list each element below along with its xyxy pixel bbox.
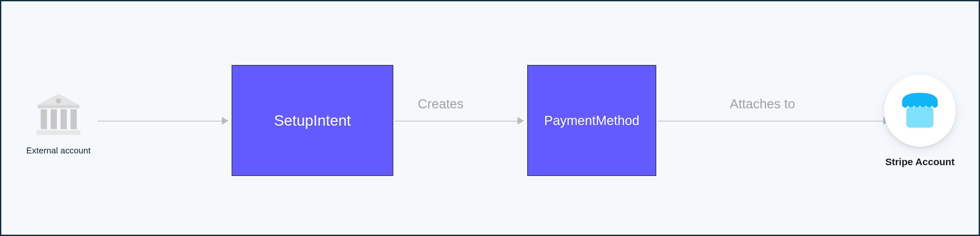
arrow-setupintent-to-paymentmethod: [395, 120, 524, 121]
svg-rect-4: [51, 109, 57, 129]
edge-label-creates: Creates: [418, 97, 463, 111]
external-account-label: External account: [18, 146, 99, 156]
arrow-paymentmethod-to-stripe: [658, 120, 890, 121]
svg-point-1: [56, 98, 61, 103]
svg-rect-2: [38, 105, 80, 108]
bank-icon: [32, 89, 84, 142]
payment-method-label: PaymentMethod: [544, 113, 639, 128]
node-external-account: External account: [18, 89, 99, 156]
arrow-external-to-setupintent: [98, 120, 228, 121]
diagram-canvas: External account SetupIntent Creates Pay…: [0, 0, 980, 236]
svg-rect-3: [41, 109, 47, 129]
node-stripe-account: Stripe Account: [877, 75, 963, 168]
edge-label-attaches: Attaches to: [730, 97, 795, 111]
node-setup-intent: SetupIntent: [232, 65, 393, 176]
svg-rect-8: [906, 108, 933, 128]
shop-icon: [899, 89, 941, 132]
svg-rect-7: [37, 130, 80, 135]
setup-intent-label: SetupIntent: [274, 112, 351, 129]
svg-rect-5: [60, 109, 67, 129]
svg-rect-6: [70, 109, 77, 129]
node-payment-method: PaymentMethod: [527, 65, 656, 176]
stripe-account-circle: [884, 75, 956, 147]
stripe-account-label: Stripe Account: [877, 156, 963, 168]
